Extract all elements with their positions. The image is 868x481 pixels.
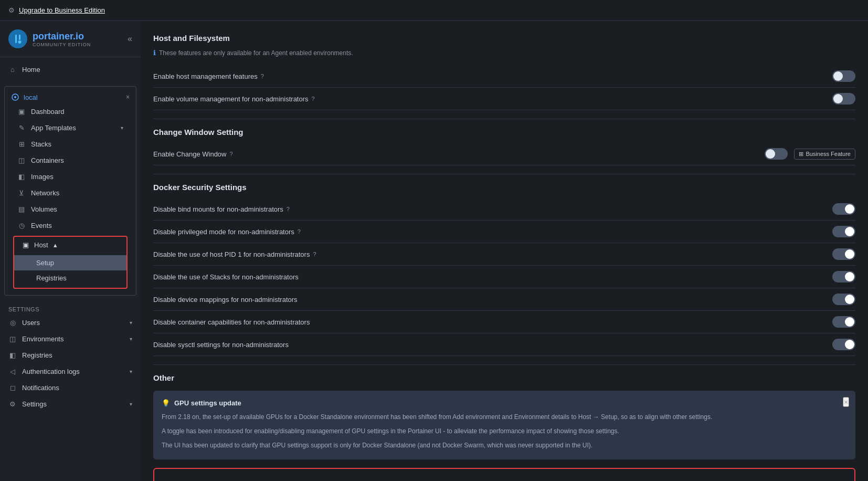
sidebar-item-host[interactable]: ▣ Host ▴ xyxy=(14,237,126,253)
brand-name: portainer.io xyxy=(33,31,91,42)
sidebar-item-registries[interactable]: ◧ Registries xyxy=(0,347,141,363)
business-icon: ⊞ xyxy=(799,151,803,158)
svg-point-0 xyxy=(8,29,27,48)
edition-label: COMMUNITY EDITION xyxy=(33,42,91,47)
enable-volume-mgmt-toggle[interactable] xyxy=(832,93,855,104)
sidebar-subitem-registries[interactable]: Registries xyxy=(14,270,126,286)
upgrade-link[interactable]: Upgrade to Business Edition xyxy=(19,6,105,14)
sidebar-item-label: Events xyxy=(31,222,123,229)
home-icon: ⌂ xyxy=(8,66,17,74)
help-icon[interactable]: ? xyxy=(298,228,301,235)
host-section: ▣ Host ▴ Setup Registries xyxy=(13,236,128,289)
collapse-button[interactable]: « xyxy=(128,34,132,44)
alert-text-1: From 2.18 on, the set-up of available GP… xyxy=(162,412,847,422)
disable-container-caps-row: Disable container capabilities for non-a… xyxy=(153,311,855,333)
gpu-section: Show GPU in the UI ? GPUs ? GPU Name Ind… xyxy=(153,468,855,481)
business-feature-badge: ⊞ Business Feature xyxy=(794,149,855,160)
events-icon: ◷ xyxy=(17,222,26,229)
sidebar: portainer.io COMMUNITY EDITION « ⌂ Home … xyxy=(0,21,141,481)
sidebar-item-label: Dashboard xyxy=(31,108,123,116)
help-icon[interactable]: ? xyxy=(287,206,290,212)
sidebar-item-users[interactable]: ◎ Users ▾ xyxy=(0,315,141,331)
chevron-down-icon: ▾ xyxy=(130,320,132,326)
sidebar-item-events[interactable]: ◷ Events xyxy=(9,217,132,234)
info-icon: ℹ xyxy=(153,49,156,57)
svg-point-3 xyxy=(18,40,22,44)
sidebar-item-home[interactable]: ⌂ Home xyxy=(0,61,141,78)
sidebar-item-app-templates[interactable]: ✎ App Templates ▾ xyxy=(9,120,132,136)
sidebar-item-label: Networks xyxy=(31,189,123,197)
images-icon: ◧ xyxy=(17,173,26,181)
sidebar-item-networks[interactable]: ⊻ Networks xyxy=(9,185,132,201)
svg-point-5 xyxy=(14,96,16,98)
sidebar-subitem-setup[interactable]: Setup xyxy=(14,255,126,270)
sidebar-item-settings[interactable]: ⚙ Settings ▾ xyxy=(0,396,141,412)
help-icon[interactable]: ? xyxy=(229,151,232,157)
enable-volume-mgmt-label: Enable volume management for non-adminis… xyxy=(153,95,309,103)
enable-host-mgmt-row: Enable host management features ? xyxy=(153,65,855,88)
env-header: local × xyxy=(9,91,132,103)
networks-icon: ⊻ xyxy=(17,189,26,197)
disable-privileged-toggle[interactable] xyxy=(832,226,855,237)
settings-icon: ⚙ xyxy=(8,400,17,408)
sidebar-logo: portainer.io COMMUNITY EDITION « xyxy=(0,21,141,57)
help-icon[interactable]: ? xyxy=(261,73,264,79)
notifications-icon: ◻ xyxy=(8,384,17,392)
sidebar-item-label: Containers xyxy=(31,156,123,164)
svg-rect-1 xyxy=(15,35,17,43)
host-filesystem-title: Host and Filesystem xyxy=(153,34,855,43)
sidebar-item-label: App Templates xyxy=(31,124,115,132)
app-templates-icon: ✎ xyxy=(17,124,26,132)
enable-host-mgmt-label: Enable host management features xyxy=(153,72,258,80)
disable-stacks-label: Disable the use of Stacks for non-admini… xyxy=(153,273,299,281)
chevron-down-icon: ▾ xyxy=(130,401,132,407)
env-icon xyxy=(11,93,19,101)
sidebar-item-images[interactable]: ◧ Images xyxy=(9,169,132,185)
divider xyxy=(153,174,855,174)
registries-icon: ◧ xyxy=(8,351,17,359)
sidebar-item-label: Notifications xyxy=(22,384,132,392)
sidebar-item-volumes[interactable]: ▤ Volumes xyxy=(9,201,132,217)
gpu-alert-box: 💡 GPU settings update × From 2.18 on, th… xyxy=(153,391,855,459)
disable-bind-toggle[interactable] xyxy=(832,203,855,215)
sidebar-item-dashboard[interactable]: ▣ Dashboard xyxy=(9,103,132,120)
help-icon[interactable]: ? xyxy=(312,96,315,102)
env-close-button[interactable]: × xyxy=(126,93,130,101)
svg-rect-2 xyxy=(19,35,20,40)
enable-change-window-toggle[interactable] xyxy=(765,148,788,160)
sidebar-item-stacks[interactable]: ⊞ Stacks xyxy=(9,136,132,152)
disable-device-mappings-row: Disable device mappings for non-administ… xyxy=(153,288,855,311)
portainer-logo xyxy=(8,29,27,48)
agent-info: ℹ These features are only available for … xyxy=(153,49,855,57)
disable-host-pid-toggle[interactable] xyxy=(832,248,855,260)
sidebar-item-notifications[interactable]: ◻ Notifications xyxy=(0,380,141,396)
disable-device-mappings-label: Disable device mappings for non-administ… xyxy=(153,296,298,304)
sidebar-item-label: Images xyxy=(31,173,123,181)
sidebar-item-label: Volumes xyxy=(31,205,123,213)
business-badge-label: Business Feature xyxy=(806,151,851,157)
chevron-down-icon: ▾ xyxy=(130,336,132,342)
disable-container-caps-toggle[interactable] xyxy=(832,316,855,328)
auth-logs-icon: ◁ xyxy=(8,368,17,375)
registries-label: Registries xyxy=(36,274,67,282)
disable-sysctl-label: Disable sysctl settings for non-administ… xyxy=(153,341,289,349)
sidebar-item-auth-logs[interactable]: ◁ Authentication logs ▾ xyxy=(0,363,141,380)
help-icon[interactable]: ? xyxy=(313,251,316,257)
enable-change-window-row: Enable Change Window ? ⊞ Business Featur… xyxy=(153,143,855,165)
disable-sysctl-toggle[interactable] xyxy=(832,339,855,350)
alert-close-button[interactable]: × xyxy=(843,397,849,407)
disable-host-pid-label: Disable the use of host PID 1 for non-ad… xyxy=(153,250,310,258)
env-section: local × ▣ Dashboard ✎ App Templates ▾ ⊞ … xyxy=(4,86,136,296)
sidebar-item-environments[interactable]: ◫ Environments ▾ xyxy=(0,331,141,347)
sidebar-item-containers[interactable]: ◫ Containers xyxy=(9,152,132,169)
alert-title-text: GPU settings update xyxy=(174,399,241,407)
upgrade-icon: ⚙ xyxy=(8,6,15,14)
sidebar-item-label: Home xyxy=(22,66,132,74)
disable-device-mappings-toggle[interactable] xyxy=(832,294,855,305)
disable-stacks-toggle[interactable] xyxy=(832,271,855,283)
docker-security-title: Docker Security Settings xyxy=(153,183,855,192)
enable-host-mgmt-toggle[interactable] xyxy=(832,70,855,82)
volumes-icon: ▤ xyxy=(17,205,26,213)
enable-change-window-label: Enable Change Window xyxy=(153,150,226,158)
change-window-title: Change Window Setting xyxy=(153,128,855,137)
